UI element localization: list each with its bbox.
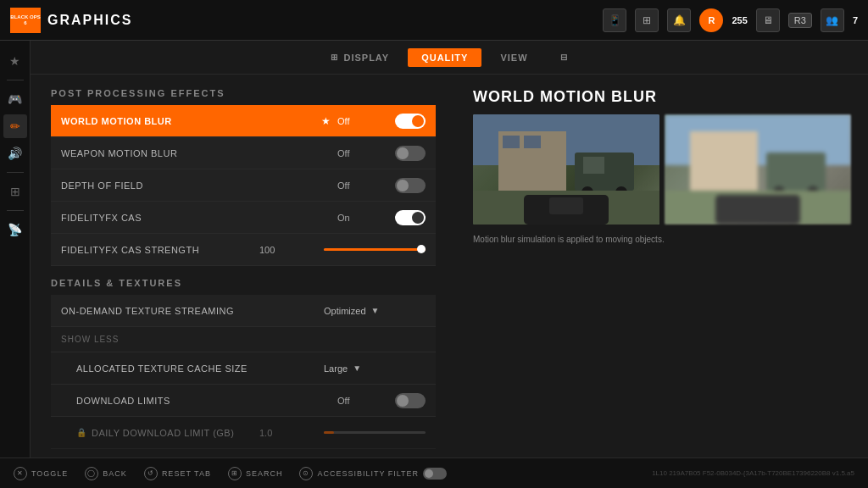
depth-of-field-value: Off xyxy=(337,180,388,191)
tab-view[interactable]: View xyxy=(487,48,541,67)
download-limits-value: Off xyxy=(337,396,388,406)
controller-icon[interactable]: 📱 xyxy=(603,8,626,32)
friends-icon[interactable]: 👥 xyxy=(821,8,844,32)
console-icon[interactable]: 🖥 xyxy=(756,8,780,32)
details-textures-section-title: Details & Textures xyxy=(51,278,436,288)
main-layout: ★ 🎮 ✏ 🔊 ⊞ 📡 ⊞ Display Quality View ⊟ xyxy=(0,41,868,488)
sidebar-item-controller[interactable]: 🎮 xyxy=(3,87,27,111)
preview-description: Motion blur simulation is applied to mov… xyxy=(473,233,851,246)
logo-area: BLACK OPS 6 GRAPHICS xyxy=(10,8,132,33)
download-limits-label: Download Limits xyxy=(76,396,337,406)
svg-rect-13 xyxy=(766,152,826,191)
accessibility-toggle[interactable] xyxy=(423,468,447,480)
search-button[interactable]: ⊞ Search xyxy=(228,467,283,480)
daily-download-slider-fill xyxy=(324,431,334,434)
on-demand-texture-streaming-row[interactable]: On-Demand Texture Streaming Optimized ▼ xyxy=(51,295,436,327)
sidebar-divider-2 xyxy=(7,172,24,173)
bell-icon[interactable]: 🔔 xyxy=(667,8,691,32)
avatar[interactable]: R xyxy=(699,8,723,32)
game-logo: BLACK OPS 6 xyxy=(10,8,41,33)
cas-strength-slider-fill xyxy=(324,248,426,251)
allocated-texture-cache-dropdown[interactable]: Large ▼ xyxy=(324,363,426,374)
preview-image-right xyxy=(665,114,851,225)
weapon-motion-blur-value: Off xyxy=(337,148,388,158)
sidebar-divider-1 xyxy=(7,80,24,80)
preview-scene-right xyxy=(665,114,851,225)
toggle-button[interactable]: ✕ Toggle xyxy=(14,467,68,480)
world-motion-blur-label: World Motion Blur xyxy=(61,116,321,126)
on-demand-texture-dropdown[interactable]: Optimized ▼ xyxy=(324,306,426,316)
settings-preview: World Motion Blur xyxy=(456,75,868,488)
tab-quality[interactable]: Quality xyxy=(408,48,481,67)
depth-of-field-toggle-knob xyxy=(397,180,409,191)
daily-download-limit-row: 🔒 Daily Download Limit (GB) 1.0 xyxy=(51,417,436,449)
download-limits-row[interactable]: Download Limits Off xyxy=(51,385,436,417)
on-demand-texture-arrow: ▼ xyxy=(371,306,380,315)
tab-extra[interactable]: ⊟ xyxy=(547,48,581,66)
preview-images xyxy=(473,114,851,225)
tab-navigation: ⊞ Display Quality View ⊟ xyxy=(31,41,868,75)
depth-of-field-row[interactable]: Depth of Field Off xyxy=(51,169,436,202)
r3-badge: R3 xyxy=(788,13,812,28)
lock-icon: 🔒 xyxy=(76,428,86,437)
fidelityfx-cas-toggle[interactable] xyxy=(395,210,426,225)
grid-icon[interactable]: ⊞ xyxy=(635,8,659,32)
sidebar-item-favorite[interactable]: ★ xyxy=(3,49,27,73)
back-icon: ◯ xyxy=(85,467,98,480)
fidelityfx-cas-strength-row[interactable]: FIDELITYFX CAS Strength 100 xyxy=(51,234,436,266)
weapon-motion-blur-row[interactable]: Weapon Motion Blur Off xyxy=(51,137,436,169)
world-motion-blur-toggle[interactable] xyxy=(395,114,426,129)
post-processing-section-title: Post Processing Effects xyxy=(51,88,436,98)
display-tab-icon: ⊞ xyxy=(331,53,338,62)
show-less-row[interactable]: Show Less xyxy=(51,327,436,352)
cas-strength-slider-container: 100 xyxy=(259,245,426,255)
bottom-bar: ✕ Toggle ◯ Back ↺ Reset Tab ⊞ Search ⊙ A… xyxy=(0,458,868,488)
allocated-texture-cache-arrow: ▼ xyxy=(353,363,361,373)
content-area: ⊞ Display Quality View ⊟ Post Processing… xyxy=(31,41,868,488)
toggle-icon: ✕ xyxy=(14,467,27,480)
version-info: 1L10 219A7B05 F52-0B034D-{3A17b-T720BE17… xyxy=(652,469,854,477)
show-less-label[interactable]: Show Less xyxy=(61,335,119,344)
world-motion-blur-value: Off xyxy=(337,116,388,126)
world-motion-blur-row[interactable]: World Motion Blur ★ Off xyxy=(51,105,436,137)
top-bar-right: 📱 ⊞ 🔔 R 255 🖥 R3 👥 7 xyxy=(603,8,858,32)
world-motion-blur-toggle-knob xyxy=(412,115,424,127)
depth-of-field-label: Depth of Field xyxy=(61,180,337,191)
accessibility-filter-button[interactable]: ⊙ Accessibility Filter xyxy=(299,467,447,480)
settings-panel: Post Processing Effects World Motion Blu… xyxy=(31,75,868,488)
download-limits-toggle[interactable] xyxy=(395,393,426,408)
details-textures-section: Details & Textures On-Demand Texture Str… xyxy=(51,278,436,449)
sidebar-item-interface[interactable]: ⊞ xyxy=(3,180,27,203)
on-demand-texture-value: Optimized xyxy=(324,306,366,316)
fidelityfx-cas-toggle-knob xyxy=(412,212,424,224)
sidebar-item-graphics[interactable]: ✏ xyxy=(3,114,27,138)
fidelityfx-cas-value: On xyxy=(337,213,388,223)
download-limits-toggle-knob xyxy=(397,395,409,407)
world-motion-blur-star: ★ xyxy=(321,115,331,127)
weapon-motion-blur-toggle[interactable] xyxy=(395,146,426,161)
reset-tab-icon: ↺ xyxy=(144,467,158,480)
svg-rect-17 xyxy=(715,195,800,225)
daily-download-label: Daily Download Limit (GB) xyxy=(92,428,259,438)
fidelityfx-cas-row[interactable]: FIDELITYFX CAS On xyxy=(51,202,436,234)
app-title: GRAPHICS xyxy=(47,13,132,28)
score-value: 255 xyxy=(732,15,747,25)
search-icon: ⊞ xyxy=(228,467,242,480)
daily-download-value: 1.0 xyxy=(259,428,310,438)
sidebar-icons: ★ 🎮 ✏ 🔊 ⊞ 📡 xyxy=(0,41,31,488)
fidelityfx-cas-strength-label: FIDELITYFX CAS Strength xyxy=(61,245,259,255)
sidebar-item-audio[interactable]: 🔊 xyxy=(3,141,27,165)
cas-strength-slider-track[interactable] xyxy=(324,248,426,251)
preview-title: World Motion Blur xyxy=(473,88,851,106)
allocated-texture-cache-value: Large xyxy=(324,363,348,374)
cas-strength-slider-thumb xyxy=(417,245,426,253)
allocated-texture-cache-row[interactable]: Allocated Texture Cache Size Large ▼ xyxy=(51,352,436,385)
top-bar: BLACK OPS 6 GRAPHICS 📱 ⊞ 🔔 R 255 🖥 R3 👥 … xyxy=(0,0,868,41)
sidebar-item-network[interactable]: 📡 xyxy=(3,218,27,241)
cas-strength-value: 100 xyxy=(259,245,310,255)
depth-of-field-toggle[interactable] xyxy=(395,178,426,193)
reset-tab-button[interactable]: ↺ Reset Tab xyxy=(144,467,211,480)
on-demand-texture-label: On-Demand Texture Streaming xyxy=(61,306,324,316)
back-button[interactable]: ◯ Back xyxy=(85,467,127,480)
tab-display[interactable]: ⊞ Display xyxy=(317,48,403,67)
